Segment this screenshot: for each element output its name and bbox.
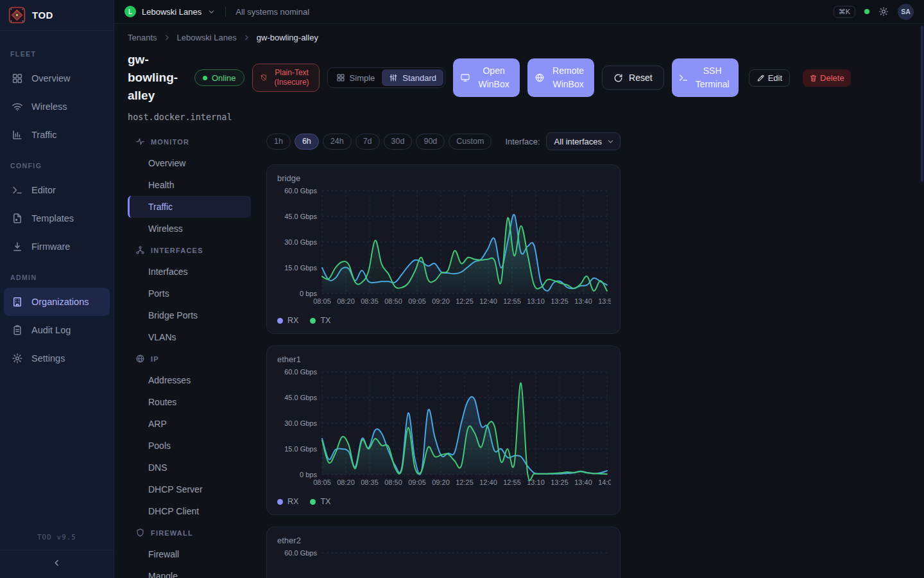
subnav-item-dns[interactable]: DNS xyxy=(128,457,251,478)
sidebar-footer: TOD v9.5 xyxy=(0,527,114,578)
sidebar-collapse-button[interactable] xyxy=(0,550,114,570)
remote-winbox-button[interactable]: Remote WinBox xyxy=(527,58,594,97)
edit-button[interactable]: Edit xyxy=(749,69,790,87)
mode-standard-option[interactable]: Standard xyxy=(382,69,443,86)
connection-status-dot xyxy=(864,9,869,14)
range-pill-30d[interactable]: 30d xyxy=(384,134,413,150)
sidebar-item-wireless[interactable]: Wireless xyxy=(4,92,110,121)
subnav-item-pools[interactable]: Pools xyxy=(128,435,251,457)
interface-select[interactable]: All interfaces xyxy=(546,132,620,150)
system-status-text: All systems nominal xyxy=(235,7,309,17)
user-avatar[interactable]: SA xyxy=(898,4,914,20)
sidebar-item-audit-log[interactable]: Audit Log xyxy=(4,316,110,344)
wifi-icon xyxy=(12,101,23,112)
breadcrumb-tenants[interactable]: Tenants xyxy=(128,33,157,42)
subnav-item-overview[interactable]: Overview xyxy=(128,152,251,174)
chart-legend: RXTX xyxy=(277,497,610,506)
chart-card-bridge: bridge 60.0 Gbps45.0 Gbps30.0 Gbps15.0 G… xyxy=(266,164,620,334)
svg-text:15.0 Gbps: 15.0 Gbps xyxy=(284,264,317,272)
sidebar-item-label: Settings xyxy=(31,353,65,363)
device-body: MONITOROverviewHealthTrafficWirelessINTE… xyxy=(128,131,924,578)
sliders-icon xyxy=(389,73,398,82)
chart-card-ether2: ether2 60.0 GbpsRXTX xyxy=(266,527,620,578)
chart-list: bridge 60.0 Gbps45.0 Gbps30.0 Gbps15.0 G… xyxy=(266,164,620,578)
sidebar-nav: FLEETOverviewWirelessTrafficCONFIGEditor… xyxy=(0,31,114,527)
rx-dot-icon xyxy=(277,318,283,324)
breadcrumb-current: gw-bowling-alley xyxy=(257,33,318,42)
sidebar-item-label: Audit Log xyxy=(31,325,71,335)
sidebar-item-overview[interactable]: Overview xyxy=(4,64,110,92)
subnav-item-arp[interactable]: ARP xyxy=(128,413,251,435)
ssh-terminal-button[interactable]: SSH Terminal xyxy=(672,58,739,97)
subnav-item-routes[interactable]: Routes xyxy=(128,391,251,413)
subnav-item-vlans[interactable]: VLANs xyxy=(128,326,251,348)
subnav-item-health[interactable]: Health xyxy=(128,174,251,196)
scrollbar[interactable] xyxy=(921,26,923,182)
range-pill-custom[interactable]: Custom xyxy=(449,134,492,150)
range-pill-90d[interactable]: 90d xyxy=(416,134,445,150)
terminal-icon xyxy=(12,184,23,196)
mode-simple-option[interactable]: Simple xyxy=(329,69,382,86)
svg-text:08:50: 08:50 xyxy=(384,297,402,305)
subnav-item-traffic[interactable]: Traffic xyxy=(128,196,251,218)
subnav-item-interfaces[interactable]: Interfaces xyxy=(128,261,251,283)
range-pill-7d[interactable]: 7d xyxy=(355,134,380,150)
svg-text:12:55: 12:55 xyxy=(503,297,521,305)
svg-text:08:20: 08:20 xyxy=(337,297,355,305)
subnav-section-label: IP xyxy=(151,355,159,363)
svg-text:08:50: 08:50 xyxy=(384,478,402,486)
subnav-item-ports[interactable]: Ports xyxy=(128,283,251,304)
security-warning-label: Plain-Text (Insecure) xyxy=(272,68,312,87)
gear-icon xyxy=(12,353,23,364)
bar-chart-icon xyxy=(12,129,23,141)
device-subnav: MONITOROverviewHealthTrafficWirelessINTE… xyxy=(128,131,251,578)
tx-dot-icon xyxy=(310,318,316,324)
ssh-terminal-label: SSH Terminal xyxy=(693,64,732,91)
range-pill-24h[interactable]: 24h xyxy=(323,134,352,150)
app-version: TOD v9.5 xyxy=(0,533,114,550)
range-pill-6h[interactable]: 6h xyxy=(295,134,319,150)
app-logo[interactable]: TOD xyxy=(0,0,114,31)
sidebar-item-traffic[interactable]: Traffic xyxy=(4,121,110,149)
svg-text:30.0 Gbps: 30.0 Gbps xyxy=(284,238,317,246)
range-pill-1h[interactable]: 1h xyxy=(266,134,291,150)
device-host: host.docker.internal xyxy=(128,112,924,122)
legend-tx: TX xyxy=(310,316,330,325)
subnav-item-wireless[interactable]: Wireless xyxy=(128,218,251,240)
breadcrumb-tenant[interactable]: Lebowski Lanes xyxy=(177,33,237,42)
sidebar-item-editor[interactable]: Editor xyxy=(4,176,110,204)
page-title: gw-bowling-alley xyxy=(128,51,187,105)
mode-standard-label: Standard xyxy=(402,73,436,83)
online-dot-icon xyxy=(203,76,207,80)
subnav-item-addresses[interactable]: Addresses xyxy=(128,369,251,391)
building-icon xyxy=(12,296,23,308)
globe-icon xyxy=(535,73,545,83)
subnav-item-mangle[interactable]: Mangle xyxy=(128,565,251,578)
svg-text:13:40: 13:40 xyxy=(574,478,592,486)
subnav-item-firewall[interactable]: Firewall xyxy=(128,543,251,565)
sidebar-item-templates[interactable]: Templates xyxy=(4,204,110,232)
svg-text:12:25: 12:25 xyxy=(456,478,474,486)
command-palette-shortcut[interactable]: ⌘K xyxy=(834,6,855,18)
subnav-item-dhcp-client[interactable]: DHCP Client xyxy=(128,500,251,522)
interface-select-value: All interfaces xyxy=(554,137,602,146)
subnav-section-interfaces: INTERFACES xyxy=(128,240,251,261)
sidebar-item-settings[interactable]: Settings xyxy=(4,344,110,372)
svg-text:09:05: 09:05 xyxy=(408,478,426,486)
svg-text:14:00: 14:00 xyxy=(598,478,611,486)
breadcrumb: Tenants Lebowski Lanes gw-bowling-alley xyxy=(128,33,924,42)
reset-button[interactable]: Reset xyxy=(602,66,664,90)
svg-text:13:40: 13:40 xyxy=(574,297,592,305)
svg-text:08:35: 08:35 xyxy=(361,297,379,305)
subnav-item-bridge-ports[interactable]: Bridge Ports xyxy=(128,304,251,326)
sidebar-section-admin: ADMIN xyxy=(0,261,114,288)
sidebar-item-organizations[interactable]: Organizations xyxy=(4,288,110,316)
svg-text:09:05: 09:05 xyxy=(408,297,426,305)
theme-toggle-sun-icon[interactable] xyxy=(878,6,889,17)
chevron-down-icon xyxy=(606,137,615,146)
sidebar-item-firmware[interactable]: Firmware xyxy=(4,232,110,261)
tenant-switcher[interactable]: L Lebowski Lanes xyxy=(124,6,216,17)
open-winbox-button[interactable]: Open WinBox xyxy=(453,58,520,97)
delete-button[interactable]: Delete xyxy=(803,69,851,87)
subnav-item-dhcp-server[interactable]: DHCP Server xyxy=(128,478,251,500)
